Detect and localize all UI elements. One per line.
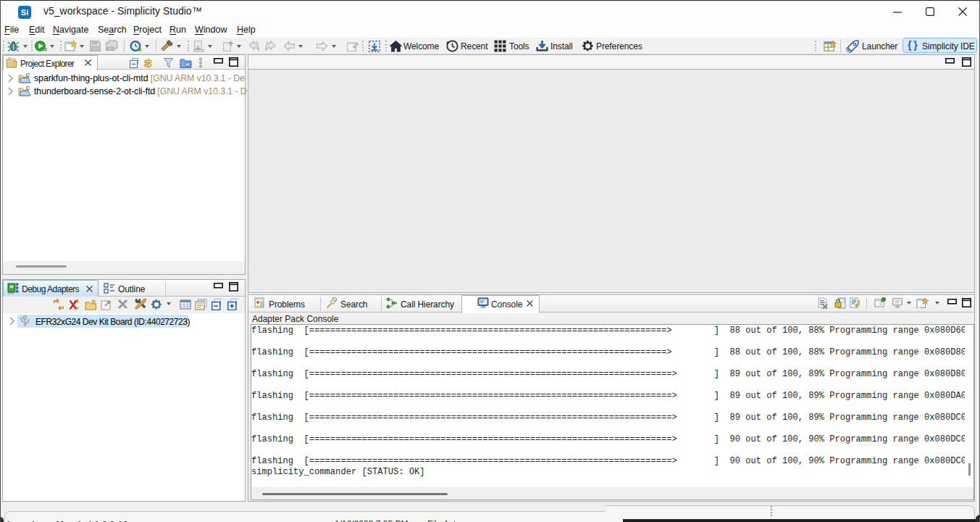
svg-text:C: C — [26, 72, 30, 78]
svg-text:C: C — [26, 86, 30, 91]
svg-text:Si: Si — [186, 63, 189, 67]
